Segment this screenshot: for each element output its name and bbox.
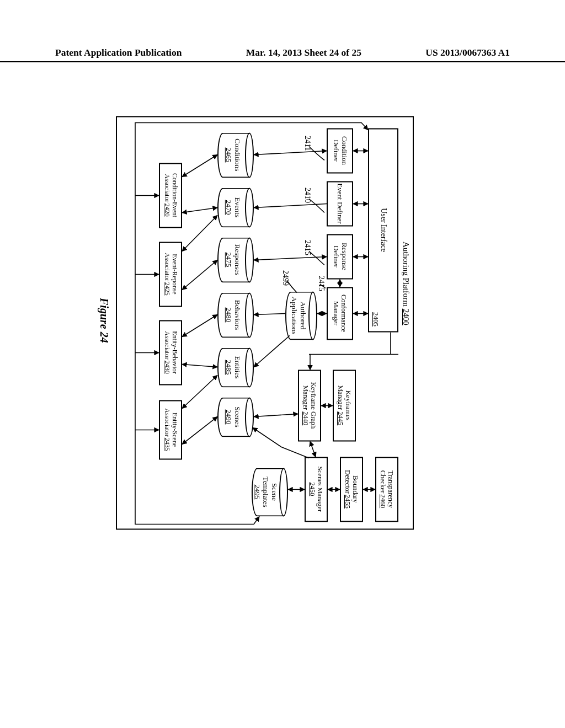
scenes-db: Scenes2490 (217, 397, 254, 437)
entities-db: Entities2485 (217, 347, 254, 387)
keyframe-graph-manager-box: Keyframe GraphManager 2440 (298, 370, 321, 441)
scenes-manager-box: Scenes Manager2450 (305, 457, 328, 522)
figure-area: Authoring Platform 2400 User Interface 2… (49, 164, 462, 481)
lead-2499: 2499 (281, 270, 290, 286)
authored-applications-db: Authored Applications (285, 291, 317, 340)
diagram: Authoring Platform 2400 User Interface 2… (97, 116, 414, 529)
lead-2411: 2411 (303, 136, 312, 151)
transparency-checker-box: TransparencyChecker2460 (375, 457, 398, 522)
header-right: US 2013/0067363 A1 (425, 47, 510, 59)
lead-2415a: 2415 (303, 240, 312, 255)
entity-behavior-associator-box: Entity-BehaviorAssociator2430 (159, 320, 182, 385)
condition-definer-box: Condition Definer (327, 128, 353, 173)
condition-event-associator-box: Condition-EventAssociator2420 (159, 163, 182, 228)
conformance-manager-box: Conformance Manager (327, 287, 353, 340)
events-db: Events2470 (217, 188, 254, 227)
figure-label: Figure 24 (98, 298, 110, 343)
event-response-associator-box: Event-ReponseAssociator2425 (159, 242, 182, 307)
header-center: Mar. 14, 2013 Sheet 24 of 25 (246, 47, 361, 59)
header-left: Patent Application Publication (55, 47, 182, 59)
lead-2410: 2410 (303, 188, 312, 203)
conditions-db: Conditions2465 (217, 132, 254, 178)
event-definer-box: Event Definer (327, 181, 353, 226)
response-definer-box: Response Definer (327, 234, 353, 279)
responses-db: Responses2475 (217, 237, 254, 282)
boundary-detector-box: BoundaryDetector2455 (340, 457, 363, 522)
lead-2415b: 2415 (317, 276, 326, 291)
behaviors-db: Behaviors2480 (217, 292, 254, 338)
page-header: Patent Application Publication Mar. 14, … (0, 47, 565, 62)
entity-scene-associator-box: Entity-SceneAssociator2435 (159, 400, 182, 459)
page: Patent Application Publication Mar. 14, … (0, 0, 565, 728)
scene-templates-db: SceneTemplates2495 (252, 468, 288, 516)
user-interface-box: User Interface 2405 (368, 128, 398, 332)
diagram-title: Authoring Platform 2400 (401, 242, 411, 325)
keyframes-manager-box: KeyframesManager 2445 (333, 370, 356, 441)
